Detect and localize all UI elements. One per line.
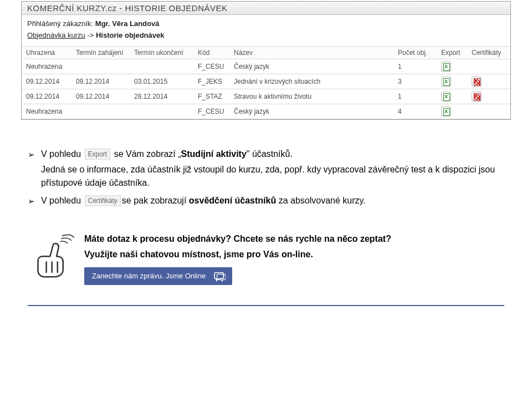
contact-q2: Využijte naši chatovou místnost, jsme pr… [84,250,391,260]
col-header-export: Export [437,46,467,59]
table-row: Neuhrazena F_CESU Český jazyk 4 [22,104,510,119]
cell-cert [467,59,510,74]
cell-export [437,74,467,89]
table-row: 09.12.2014 09.12.2014 03.01.2015 F_JEKS … [22,74,510,89]
cell-kod: F_CESU [193,59,229,74]
meta-block: Přihlášený zákazník: Mgr. Věra Landová O… [22,15,510,46]
cell-kod: F_JEKS [193,74,229,89]
breadcrumb-sep: -> [85,31,96,39]
chat-button[interactable]: Zanechte nám zprávu. Jsme Online [84,267,232,285]
breadcrumb-current: Historie objednávek [96,31,165,39]
cell-zahajeni: 09.12.2014 [71,74,130,89]
bullet-1: V pohledu Export se Vám zobrazí „Studijn… [28,147,504,161]
cell-export [437,89,467,104]
excel-export-icon[interactable] [441,62,451,72]
logged-name: Mgr. Věra Landová [95,19,160,28]
contact-block: Máte dotaz k procesu objednávky? Chcete … [28,234,504,285]
breadcrumb: Objednávka kurzu -> Historie objednávek [27,30,505,42]
logged-prefix: Přihlášený zákazník: [27,19,95,28]
excel-export-icon[interactable] [441,77,451,87]
cell-nazev: Jednání v krizových situacích [229,74,393,89]
cell-cert [467,104,510,119]
excel-export-icon[interactable] [441,106,451,116]
text: V pohledu [41,196,84,205]
table-row: 09.12.2014 09.12.2014 28.12.2014 F_STAZ … [22,89,510,104]
text-bold: osvědčení účastníků [189,196,276,205]
chip-export: Export [85,149,111,160]
col-header-ukonceni: Termín ukončení [130,46,193,59]
text: se Vám zobrazí „ [111,149,181,159]
cell-nazev: Český jazyk [229,59,393,74]
cell-uhrazena: 09.12.2014 [22,74,71,89]
cell-zahajeni: 09.12.2014 [71,89,130,104]
cell-cert [467,89,510,104]
col-header-pocet: Počet obj. [393,46,437,59]
window-title-bar: KOMERČNÍ KURZY.cz - HISTORIE OBJEDNÁVEK [22,2,510,15]
cell-ukonceni: 03.01.2015 [130,74,193,89]
cell-uhrazena: Neuhrazena [22,59,71,74]
text: za absolvované kurzy. [276,196,366,205]
chip-cert: Certifikáty [85,195,121,206]
cell-kod: F_CESU [193,104,229,119]
table-row: Neuhrazena F_CESU Český jazyk 1 [22,59,510,74]
cell-ukonceni [130,104,193,119]
cell-kod: F_STAZ [193,89,229,104]
col-header-zahajeni: Termín zahájení [71,46,130,59]
text: " účastníků. [247,149,293,159]
cell-ukonceni: 28.12.2014 [130,89,193,104]
cell-pocet: 3 [393,74,437,89]
breadcrumb-link[interactable]: Objednávka kurzu [27,31,85,39]
col-header-uhrazena: Uhrazena [22,46,71,59]
text: Jedná se o informace, zda účastník již v… [41,165,495,187]
cell-export [437,104,467,119]
text: se pak zobrazují [122,196,189,205]
cell-uhrazena: Neuhrazena [22,104,71,119]
footer-divider [28,305,504,306]
cell-nazev: Stravou k aktivnímu životu [229,89,393,104]
table-header-row: Uhrazena Termín zahájení Termín ukončení… [22,46,510,59]
cell-pocet: 1 [393,59,437,74]
cell-zahajeni [71,59,130,74]
col-header-nazev: Název [229,46,393,59]
chat-bubble-icon [213,272,224,281]
pointing-hand-icon [28,234,74,281]
cell-cert [467,74,510,89]
bullet-1-cont: Jedná se o informace, zda účastník již v… [28,163,504,190]
bullet-2: V pohledu Certifikátyse pak zobrazují os… [28,194,504,207]
text: V pohledu [41,149,84,159]
excel-export-icon[interactable] [441,91,451,101]
cell-zahajeni [71,104,130,119]
cell-uhrazena: 09.12.2014 [22,89,71,104]
doc-content: V pohledu Export se Vám zobrazí „Studijn… [28,147,504,207]
chat-button-label: Zanechte nám zprávu. Jsme Online [92,272,206,280]
cell-pocet: 1 [393,89,437,104]
cell-nazev: Český jazyk [229,104,393,119]
cell-ukonceni [130,59,193,74]
col-header-kod: Kód [193,46,229,59]
cell-pocet: 4 [393,104,437,119]
pdf-cert-icon[interactable] [472,77,482,87]
text-bold: Studijní aktivity [181,149,247,159]
app-window: KOMERČNÍ KURZY.cz - HISTORIE OBJEDNÁVEK … [21,1,511,120]
orders-table: Uhrazena Termín zahájení Termín ukončení… [22,46,510,119]
pdf-cert-icon[interactable] [472,91,482,101]
window-title: KOMERČNÍ KURZY.cz - HISTORIE OBJEDNÁVEK [27,3,228,13]
logged-user-line: Přihlášený zákazník: Mgr. Věra Landová [27,18,505,30]
contact-text: Máte dotaz k procesu objednávky? Chcete … [84,234,391,285]
cell-export [437,59,467,74]
contact-q1: Máte dotaz k procesu objednávky? Chcete … [84,234,391,244]
col-header-cert: Certifikáty [467,46,510,59]
